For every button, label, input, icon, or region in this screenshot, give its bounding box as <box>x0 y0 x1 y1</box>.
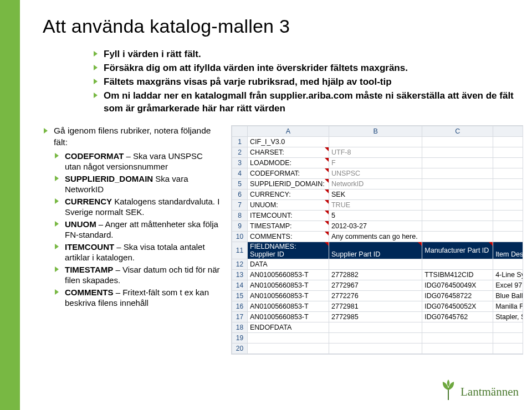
cell[interactable]: CHARSET: <box>248 147 329 157</box>
cell[interactable]: Stapler, Swingline 4( <box>493 312 523 322</box>
cell[interactable] <box>422 333 493 344</box>
cell[interactable] <box>493 136 523 147</box>
cell[interactable]: 5 <box>329 210 422 221</box>
cell[interactable]: UTF-8 <box>329 147 422 157</box>
cell[interactable]: IDG076458722 <box>422 291 493 301</box>
cell[interactable]: SUPPLIERID_DOMAIN: <box>248 178 329 189</box>
cell[interactable]: 2772967 <box>329 280 422 291</box>
cell[interactable] <box>422 178 493 189</box>
cell[interactable]: CODEFORMAT: <box>248 168 329 178</box>
cell[interactable]: COMMENTS: <box>248 231 329 242</box>
col-header[interactable]: C <box>422 126 493 136</box>
cell[interactable]: CURRENCY: <box>248 189 329 199</box>
row-header[interactable]: 18 <box>232 322 248 333</box>
cell[interactable]: DATA <box>248 259 329 270</box>
cell[interactable]: Blue Ballpoint Pens, <box>493 291 523 301</box>
col-header[interactable]: A <box>248 126 329 136</box>
cell[interactable]: NetworkID <box>329 178 422 189</box>
cell[interactable] <box>329 322 422 333</box>
cell[interactable] <box>248 344 329 354</box>
cell[interactable]: AN01005660853-T <box>248 291 329 301</box>
cell[interactable]: AN01005660853-T <box>248 270 329 280</box>
cell[interactable]: F <box>329 157 422 168</box>
row-header[interactable]: 4 <box>232 168 248 178</box>
cell[interactable] <box>422 231 493 242</box>
cell[interactable]: AN01005660853-T <box>248 301 329 312</box>
cell[interactable]: 2772276 <box>329 291 422 301</box>
cell[interactable]: IDG076450052X <box>422 301 493 312</box>
col-header[interactable] <box>493 126 523 136</box>
cell[interactable]: Manilla Folders, Tab <box>493 301 523 312</box>
col-header[interactable]: B <box>329 126 422 136</box>
cell[interactable] <box>248 333 329 344</box>
cell[interactable]: 4-Line System Phon <box>493 270 523 280</box>
row-header[interactable]: 19 <box>232 333 248 344</box>
cell[interactable] <box>422 221 493 231</box>
cell[interactable] <box>329 259 422 270</box>
row-header[interactable]: 7 <box>232 199 248 210</box>
cell[interactable] <box>493 168 523 178</box>
cell[interactable] <box>422 168 493 178</box>
row-header[interactable]: 3 <box>232 157 248 168</box>
cell[interactable]: Excel 97 for Dummie <box>493 280 523 291</box>
row-header[interactable]: 17 <box>232 312 248 322</box>
cell[interactable]: TIMESTAMP: <box>248 221 329 231</box>
cell[interactable]: 2772882 <box>329 270 422 280</box>
row-header[interactable]: 15 <box>232 291 248 301</box>
cell[interactable]: IDG076450049X <box>422 280 493 291</box>
cell[interactable] <box>422 157 493 168</box>
row-header[interactable]: 2 <box>232 147 248 157</box>
cell-fieldnames[interactable]: FIELDNAMES:Supplier ID <box>248 242 329 259</box>
cell[interactable]: IDG07645762 <box>422 312 493 322</box>
cell[interactable] <box>422 189 493 199</box>
row-header[interactable]: 6 <box>232 189 248 199</box>
cell[interactable] <box>422 147 493 157</box>
row-header[interactable]: 9 <box>232 221 248 231</box>
row-header[interactable]: 1 <box>232 136 248 147</box>
cell[interactable] <box>329 333 422 344</box>
cell[interactable]: CIF_I_V3.0 <box>248 136 329 147</box>
cell[interactable] <box>329 344 422 354</box>
cell[interactable] <box>422 344 493 354</box>
cell[interactable] <box>493 157 523 168</box>
cell[interactable] <box>493 178 523 189</box>
row-header[interactable]: 11 <box>232 242 248 259</box>
cell[interactable] <box>493 231 523 242</box>
cell[interactable] <box>422 259 493 270</box>
cell[interactable] <box>493 221 523 231</box>
cell[interactable] <box>493 199 523 210</box>
cell[interactable] <box>422 136 493 147</box>
cell[interactable]: TRUE <box>329 199 422 210</box>
cell[interactable]: TTSIBM412CID <box>422 270 493 280</box>
row-header[interactable]: 5 <box>232 178 248 189</box>
cell[interactable] <box>422 199 493 210</box>
row-header[interactable]: 12 <box>232 259 248 270</box>
row-header[interactable]: 10 <box>232 231 248 242</box>
cell[interactable]: AN01005660853-T <box>248 280 329 291</box>
cell[interactable]: Supplier Part ID <box>329 242 422 259</box>
row-header[interactable]: 20 <box>232 344 248 354</box>
cell[interactable] <box>493 333 523 344</box>
cell[interactable]: 2012-03-27 <box>329 221 422 231</box>
cell[interactable]: LOADMODE: <box>248 157 329 168</box>
cell[interactable] <box>422 322 493 333</box>
row-header[interactable]: 14 <box>232 280 248 291</box>
cell[interactable]: Manufacturer Part ID <box>422 242 493 259</box>
cell[interactable] <box>493 322 523 333</box>
cell[interactable]: AN01005660853-T <box>248 312 329 322</box>
cell[interactable]: UNUOM: <box>248 199 329 210</box>
cell[interactable] <box>493 189 523 199</box>
cell[interactable]: SEK <box>329 189 422 199</box>
cell[interactable]: ENDOFDATA <box>248 322 329 333</box>
cell[interactable]: Any comments can go here. <box>329 231 422 242</box>
cell[interactable]: UNSPSC <box>329 168 422 178</box>
cell[interactable] <box>422 210 493 221</box>
row-header[interactable]: 8 <box>232 210 248 221</box>
cell[interactable] <box>493 210 523 221</box>
row-header[interactable]: 16 <box>232 301 248 312</box>
cell[interactable] <box>493 147 523 157</box>
cell[interactable]: 2772985 <box>329 312 422 322</box>
cell[interactable]: Item Description <box>493 242 523 259</box>
cell[interactable] <box>329 136 422 147</box>
cell[interactable]: 2772981 <box>329 301 422 312</box>
